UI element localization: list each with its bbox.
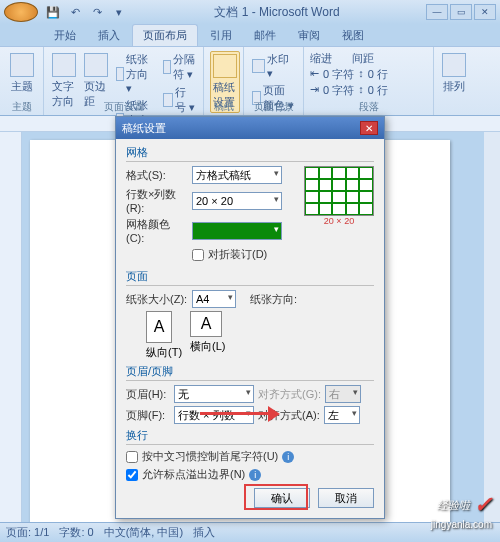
qat-more-icon[interactable]: ▾ — [110, 3, 128, 21]
office-button[interactable] — [4, 2, 38, 22]
headerfooter-legend: 页眉/页脚 — [126, 364, 374, 381]
cjk-checkbox[interactable] — [126, 451, 138, 463]
minimize-button[interactable]: — — [426, 4, 448, 20]
undo-icon[interactable]: ↶ — [66, 3, 84, 21]
watermark-logo: 经验啦✓ jingyanla.com — [437, 492, 492, 518]
status-page[interactable]: 页面: 1/1 — [6, 525, 49, 540]
group-paragraph: 段落 — [304, 100, 433, 114]
landscape-button[interactable]: A — [190, 311, 222, 337]
tab-view[interactable]: 视图 — [332, 25, 374, 46]
tab-insert[interactable]: 插入 — [88, 25, 130, 46]
fold-checkbox[interactable] — [192, 249, 204, 261]
portrait-button[interactable]: A — [146, 311, 172, 343]
orientation-button[interactable]: 纸张方向 ▾ — [114, 51, 157, 96]
ribbon-tabs: 开始 插入 页面布局 引用 邮件 审阅 视图 — [0, 24, 500, 46]
footer-select[interactable]: 行数 × 列数 — [174, 406, 254, 424]
close-button[interactable]: ✕ — [474, 4, 496, 20]
vertical-scrollbar[interactable] — [484, 132, 500, 522]
info-icon[interactable]: i — [249, 469, 261, 481]
ribbon: 主题 主题 文字方向 页边距 纸张方向 ▾ 纸张大小 ▾ 分栏 ▾ 分隔符 ▾ … — [0, 46, 500, 116]
spacing-before[interactable]: 0 行 — [368, 67, 388, 82]
spacing-after[interactable]: 0 行 — [368, 83, 388, 98]
header-align-select: 右 — [325, 385, 361, 403]
maximize-button[interactable]: ▭ — [450, 4, 472, 20]
info-icon[interactable]: i — [282, 451, 294, 463]
tab-review[interactable]: 审阅 — [288, 25, 330, 46]
grid-color-select[interactable] — [192, 222, 282, 240]
indent-left[interactable]: 0 字符 — [323, 67, 354, 82]
tab-page-layout[interactable]: 页面布局 — [132, 24, 198, 46]
grid-legend: 网格 — [126, 145, 374, 162]
dialog-title: 稿纸设置 — [122, 121, 360, 136]
save-icon[interactable]: 💾 — [44, 3, 62, 21]
footer-align-select[interactable]: 左 — [324, 406, 360, 424]
tab-mailings[interactable]: 邮件 — [244, 25, 286, 46]
wrap-legend: 换行 — [126, 428, 374, 445]
group-themes: 主题 — [0, 100, 43, 114]
arrange-button[interactable]: 排列 — [440, 51, 468, 96]
page-legend: 页面 — [126, 269, 374, 286]
window-title: 文档 1 - Microsoft Word — [128, 4, 426, 21]
group-page-background: 页面背景 — [244, 100, 303, 114]
rowcol-select[interactable]: 20 × 20 — [192, 192, 282, 210]
group-manuscript: 稿纸 — [204, 100, 243, 114]
status-words[interactable]: 字数: 0 — [59, 525, 93, 540]
indent-right[interactable]: 0 字符 — [323, 83, 354, 98]
tab-home[interactable]: 开始 — [44, 25, 86, 46]
punct-checkbox[interactable] — [126, 469, 138, 481]
grid-preview: 20 × 20 — [304, 166, 374, 226]
paper-size-select[interactable]: A4 — [192, 290, 236, 308]
status-language[interactable]: 中文(简体, 中国) — [104, 525, 183, 540]
group-page-setup: 页面设置 — [44, 100, 203, 114]
ok-button[interactable]: 确认 — [254, 488, 310, 508]
tab-references[interactable]: 引用 — [200, 25, 242, 46]
breaks-button[interactable]: 分隔符 ▾ — [161, 51, 197, 83]
redo-icon[interactable]: ↷ — [88, 3, 106, 21]
dialog-close-button[interactable]: ✕ — [360, 121, 378, 135]
status-mode[interactable]: 插入 — [193, 525, 215, 540]
manuscript-dialog: 稿纸设置 ✕ 网格 格式(S): 方格式稿纸 行数×列数(R): 20 × 20… — [115, 116, 385, 519]
vertical-ruler[interactable] — [0, 132, 22, 522]
status-bar: 页面: 1/1 字数: 0 中文(简体, 中国) 插入 — [0, 522, 500, 542]
watermark-button[interactable]: 水印 ▾ — [250, 51, 297, 81]
cancel-button[interactable]: 取消 — [318, 488, 374, 508]
format-select[interactable]: 方格式稿纸 — [192, 166, 282, 184]
themes-button[interactable]: 主题 — [6, 51, 37, 96]
header-select[interactable]: 无 — [174, 385, 254, 403]
